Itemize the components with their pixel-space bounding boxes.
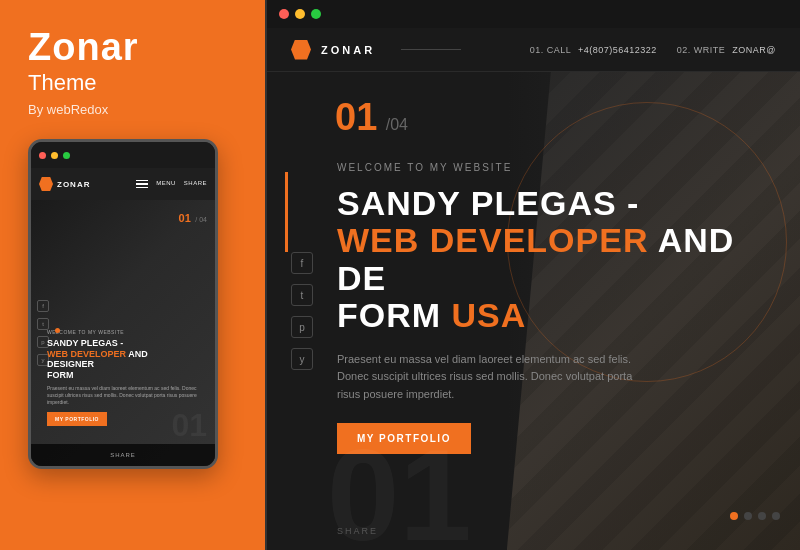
desktop-browser-bar xyxy=(267,0,800,28)
brand-author: By webRedox xyxy=(28,102,237,117)
desktop-contact2: 02. WRITE ZONAR@ xyxy=(677,45,776,55)
mobile-heading-and: AND xyxy=(128,349,148,359)
mobile-menu-label: MENU xyxy=(156,180,176,189)
desktop-brand-name: ZONAR xyxy=(321,44,375,56)
hero-slide-number: 01 /04 xyxy=(335,96,408,139)
hero-heading: SANDY PLEGAS - WEB DEVELOPER AND DE FORM… xyxy=(337,185,757,335)
mobile-logo-text: ZONAR xyxy=(57,180,90,189)
hero-nav-dot-2[interactable] xyxy=(744,512,752,520)
mobile-nav-right: MENU SHARE xyxy=(136,180,207,189)
browser-dot-green[interactable] xyxy=(311,9,321,19)
hero-body-text: Praesent eu massa vel diam laoreet eleme… xyxy=(337,351,657,404)
hero-heading-line1: SANDY PLEGAS - xyxy=(337,184,639,222)
mobile-body-text: Praesent eu massa vel diam laoreet eleme… xyxy=(47,385,207,406)
desktop-nav: ZONAR 01. CALL +4(807)56412322 02. WRITE… xyxy=(267,28,800,72)
desktop-email: ZONAR@ xyxy=(732,45,776,55)
brand-subtitle: Theme xyxy=(28,70,237,96)
mobile-bottom-share: SHARE xyxy=(110,452,136,458)
hero-nav-dots xyxy=(730,512,780,520)
hero-heading-form: FORM xyxy=(337,296,441,334)
browser-dot-yellow[interactable] xyxy=(295,9,305,19)
browser-dot-red[interactable] xyxy=(279,9,289,19)
mobile-logo-area: ZONAR xyxy=(39,177,90,191)
mobile-nav: ZONAR MENU SHARE xyxy=(31,168,215,200)
mobile-heading-designer: DESIGNER xyxy=(47,359,94,369)
mobile-heading-line1: SANDY PLEGAS - xyxy=(47,338,123,348)
desktop-logo-icon xyxy=(291,40,311,60)
hero-twitter-icon[interactable]: t xyxy=(291,284,313,306)
mobile-dot-red xyxy=(39,152,46,159)
hero-slide-num-text: 01 xyxy=(335,96,377,138)
left-panel: Zonar Theme By webRedox ZONAR MENU SHARE xyxy=(0,0,265,550)
hero-accent-line xyxy=(285,172,288,252)
desktop-nav-left: ZONAR xyxy=(291,40,477,60)
mobile-facebook-icon[interactable]: f xyxy=(37,300,49,312)
desktop-hero: 01 /04 f t p y WELCOME TO MY WEBSITE SAN… xyxy=(267,72,800,550)
hero-facebook-icon[interactable]: f xyxy=(291,252,313,274)
desktop-phone: +4(807)56412322 xyxy=(578,45,657,55)
mobile-bottom-bar: SHARE xyxy=(31,444,215,466)
mobile-mockup: ZONAR MENU SHARE 01 / 04 f t p xyxy=(28,139,218,469)
hero-heading-usa: USA xyxy=(452,296,527,334)
hero-youtube-icon[interactable]: y xyxy=(291,348,313,370)
hero-welcome-text: WELCOME TO MY WEBSITE xyxy=(337,162,757,173)
mobile-slide-number: 01 / 04 xyxy=(179,208,207,226)
hero-pinterest-icon[interactable]: p xyxy=(291,316,313,338)
mobile-dot-green xyxy=(63,152,70,159)
mobile-top-bar xyxy=(31,142,215,168)
mobile-share-nav-label: SHARE xyxy=(184,180,207,189)
desktop-contact1: 01. CALL +4(807)56412322 xyxy=(530,45,657,55)
mobile-accent-dot xyxy=(55,328,60,333)
mobile-logo-icon xyxy=(39,177,53,191)
mobile-hamburger-icon[interactable] xyxy=(136,180,148,189)
mobile-content: 01 / 04 f t p y WELCOME TO MY WEBSITE SA… xyxy=(31,200,215,466)
hero-nav-dot-3[interactable] xyxy=(758,512,766,520)
hero-social-icons: f t p y xyxy=(291,252,313,370)
mobile-heading: SANDY PLEGAS - WEB DEVELOPER AND DESIGNE… xyxy=(47,338,207,381)
hero-nav-dot-1[interactable] xyxy=(730,512,738,520)
hero-text-content: WELCOME TO MY WEBSITE SANDY PLEGAS - WEB… xyxy=(337,162,757,454)
mobile-heading-orange: WEB DEVELOPER xyxy=(47,349,126,359)
mobile-big-number: 01 xyxy=(171,407,207,444)
mobile-welcome-text: WELCOME TO MY WEBSITE xyxy=(47,329,207,335)
right-panel: ZONAR 01. CALL +4(807)56412322 02. WRITE… xyxy=(265,0,800,550)
hero-nav-dot-4[interactable] xyxy=(772,512,780,520)
nav-separator xyxy=(401,49,461,50)
hero-share-label: SHARE xyxy=(337,526,378,536)
brand-title: Zonar xyxy=(28,28,237,66)
hero-slide-denom-text: /04 xyxy=(386,116,408,133)
hero-heading-orange: WEB DEVELOPER xyxy=(337,221,648,259)
desktop-nav-right: 01. CALL +4(807)56412322 02. WRITE ZONAR… xyxy=(530,45,776,55)
mobile-dot-yellow xyxy=(51,152,58,159)
mobile-cta-button[interactable]: MY PORTFOLIO xyxy=(47,412,107,426)
mobile-heading-form: FORM xyxy=(47,370,74,380)
